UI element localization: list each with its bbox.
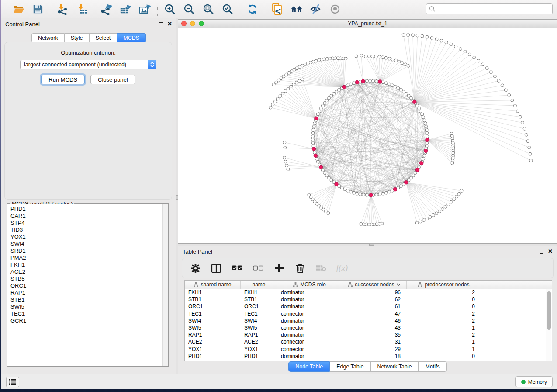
tab-edge-table[interactable]: Edge Table xyxy=(330,361,370,372)
mcds-result-item[interactable]: STB5 xyxy=(10,275,162,282)
main-toolbar xyxy=(1,0,557,18)
scrollbar-thumb[interactable] xyxy=(547,291,551,330)
mcds-result-item[interactable]: FKH1 xyxy=(10,261,162,268)
network-titlebar[interactable]: YPA_prune.txt_1 xyxy=(178,20,557,28)
mcds-result-scrollbar[interactable] xyxy=(162,204,168,366)
export-network-icon[interactable] xyxy=(100,3,113,15)
memory-label: Memory xyxy=(528,379,547,385)
table-cell: 61 xyxy=(342,303,407,310)
float-panel-icon[interactable] xyxy=(159,22,163,26)
mcds-result-item[interactable]: RAP1 xyxy=(10,289,162,296)
tab-motifs[interactable]: Motifs xyxy=(419,361,446,372)
first-neighbors-icon[interactable] xyxy=(291,3,303,15)
tab-mcds[interactable]: MCDS xyxy=(117,33,146,43)
save-session-icon[interactable] xyxy=(31,3,44,15)
sort-descending-icon xyxy=(397,283,401,286)
search-field[interactable] xyxy=(426,3,553,14)
column-header-name[interactable]: name xyxy=(241,281,277,289)
table-cell: SWI5 xyxy=(185,324,241,331)
table-toolbar: f(x) xyxy=(182,258,554,278)
column-header-MCDS-role[interactable]: MCDS role xyxy=(277,281,342,289)
export-table-icon[interactable] xyxy=(120,3,132,15)
mcds-result-item[interactable]: TEC1 xyxy=(10,310,162,317)
table-cell: RAP1 xyxy=(185,331,241,338)
column-header-successor-nodes[interactable]: successor nodes xyxy=(342,281,407,289)
table-row[interactable]: FKH1FKH1dominator962 xyxy=(185,289,552,296)
import-network-icon[interactable] xyxy=(56,3,69,15)
mcds-result-item[interactable]: PHD1 xyxy=(10,206,162,213)
tab-network[interactable]: Network xyxy=(31,33,65,43)
table-row[interactable]: ACE2ACE2connector311 xyxy=(185,338,552,345)
table-cell: dominator xyxy=(277,353,342,360)
add-column-icon[interactable] xyxy=(274,263,284,273)
deselect-all-icon[interactable] xyxy=(253,263,263,273)
mcds-result-item[interactable]: YOX1 xyxy=(10,234,162,241)
table-tabs: Node TableEdge TableNetwork TableMotifs xyxy=(178,361,557,372)
table-header: shared namenameMCDS rolesuccessor nodesp… xyxy=(185,281,552,289)
table-cell: 96 xyxy=(342,289,407,296)
export-image-icon[interactable] xyxy=(139,3,151,15)
mcds-result-list[interactable]: PHD1CAR1STP4TID3YOX1SWI4SRD1PMA2FKH1ACE2… xyxy=(8,204,162,366)
table-cell: 43 xyxy=(342,324,407,331)
import-table-icon[interactable] xyxy=(76,3,88,15)
tab-network-table[interactable]: Network Table xyxy=(371,361,419,372)
network-from-selection-icon[interactable] xyxy=(271,3,284,15)
zoom-fit-icon[interactable] xyxy=(202,3,214,15)
table-row[interactable]: RAP1RAP1dominator352 xyxy=(185,331,552,338)
mcds-result-item[interactable]: STB1 xyxy=(10,296,162,303)
table-cell: 0 xyxy=(407,353,481,360)
close-panel-icon[interactable]: ✕ xyxy=(548,249,553,254)
mcds-result-item[interactable]: CAR1 xyxy=(10,213,162,220)
table-row[interactable]: ORC1ORC1dominator610 xyxy=(185,303,552,310)
table-row[interactable]: PHD1PHD1dominator180 xyxy=(185,353,552,360)
mcds-result-item[interactable]: SRD1 xyxy=(10,248,162,254)
show-all-icon[interactable] xyxy=(329,3,341,15)
memory-status-icon xyxy=(521,380,526,384)
table-cell: FKH1 xyxy=(241,289,277,296)
zoom-in-icon[interactable] xyxy=(164,3,176,15)
column-header-predecessor-nodes[interactable]: predecessor nodes xyxy=(407,281,481,289)
close-panel-button[interactable]: Close panel xyxy=(90,75,135,84)
open-session-icon[interactable] xyxy=(12,3,24,15)
network-canvas[interactable] xyxy=(178,28,557,243)
mcds-result-item[interactable]: ORC1 xyxy=(10,282,162,289)
table-cell: 2 xyxy=(407,289,481,296)
table-row[interactable]: STB1STB1dominator620 xyxy=(185,296,552,303)
tab-style[interactable]: Style xyxy=(65,33,90,43)
settings-icon[interactable] xyxy=(190,263,201,273)
memory-button[interactable]: Memory xyxy=(515,376,553,387)
zoom-selected-icon[interactable] xyxy=(221,3,234,15)
show-column-icon[interactable] xyxy=(211,263,221,273)
hide-selected-icon[interactable] xyxy=(310,3,322,15)
search-input[interactable] xyxy=(436,4,552,14)
mcds-result-item[interactable]: STP4 xyxy=(10,220,162,227)
close-panel-icon[interactable]: ✕ xyxy=(167,22,172,26)
table-cell: FKH1 xyxy=(185,289,241,296)
select-all-icon[interactable] xyxy=(232,263,242,273)
mcds-result-item[interactable]: PMA2 xyxy=(10,254,162,261)
table-scrollbar[interactable] xyxy=(546,289,551,361)
table-row[interactable]: TEC1TEC1connector472 xyxy=(185,310,552,317)
table-row[interactable]: SWI5SWI5connector431 xyxy=(185,324,552,331)
mcds-result-item[interactable]: TID3 xyxy=(10,227,162,234)
mcds-result-item[interactable]: ACE2 xyxy=(10,268,162,275)
column-header-shared-name[interactable]: shared name xyxy=(185,281,241,289)
table-row[interactable]: SWI4SWI4dominator462 xyxy=(185,317,552,324)
tab-node-table[interactable]: Node Table xyxy=(288,361,330,372)
zoom-out-icon[interactable] xyxy=(183,3,195,15)
table-row[interactable]: YOX1YOX1connector291 xyxy=(185,346,552,353)
table-cell: 35 xyxy=(342,331,407,338)
run-mcds-button[interactable]: Run MCDS xyxy=(41,75,85,84)
mcds-result-item[interactable]: SWI4 xyxy=(10,241,162,248)
table-cell: PHD1 xyxy=(241,353,277,360)
delete-column-icon[interactable] xyxy=(295,263,305,273)
status-menu-button[interactable] xyxy=(6,377,19,387)
tab-select[interactable]: Select xyxy=(90,33,118,43)
refresh-icon[interactable] xyxy=(246,3,259,15)
node-table[interactable]: shared namenameMCDS rolesuccessor nodesp… xyxy=(184,280,552,361)
mcds-result-item[interactable]: GCR1 xyxy=(10,317,162,324)
float-panel-icon[interactable] xyxy=(540,250,543,254)
criterion-dropdown[interactable]: largest connected component (undirected) xyxy=(20,60,156,69)
mcds-result-item[interactable]: SWI5 xyxy=(10,303,162,310)
table-cell: 1 xyxy=(407,338,481,345)
